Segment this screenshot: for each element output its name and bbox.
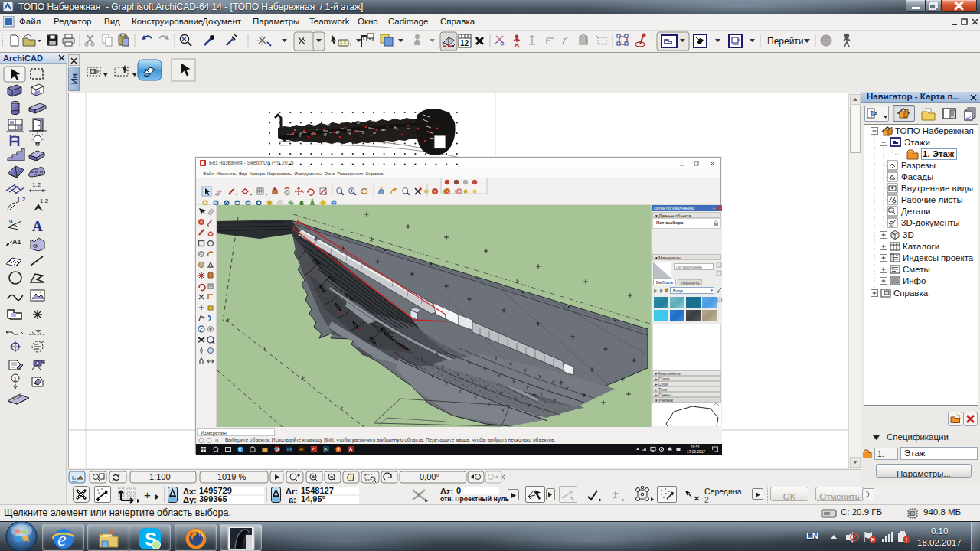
svg-text:Перейти: Перейти [767, 36, 804, 47]
svg-text:A1: A1 [12, 238, 21, 246]
svg-text:e: e [239, 446, 242, 452]
svg-text:0,00°: 0,00° [420, 472, 439, 481]
svg-text:17.02.2017: 17.02.2017 [687, 450, 705, 454]
svg-text:α: α [9, 217, 13, 224]
svg-text:1.2: 1.2 [17, 196, 26, 203]
svg-text:1.2: 1.2 [40, 197, 49, 204]
svg-text:20:51: 20:51 [691, 445, 700, 449]
svg-text:A: A [32, 218, 43, 234]
svg-text:1019 %: 1019 % [217, 472, 247, 481]
svg-text:Ai: Ai [299, 447, 303, 452]
svg-text:e: e [57, 528, 67, 550]
svg-text:1: 1 [14, 376, 18, 383]
svg-text:1:100: 1:100 [149, 472, 171, 481]
svg-text:12: 12 [460, 39, 469, 47]
svg-text:1.2: 1.2 [32, 181, 41, 188]
svg-text:3D: 3D [889, 223, 894, 227]
svg-text:Ps: Ps [287, 447, 292, 452]
